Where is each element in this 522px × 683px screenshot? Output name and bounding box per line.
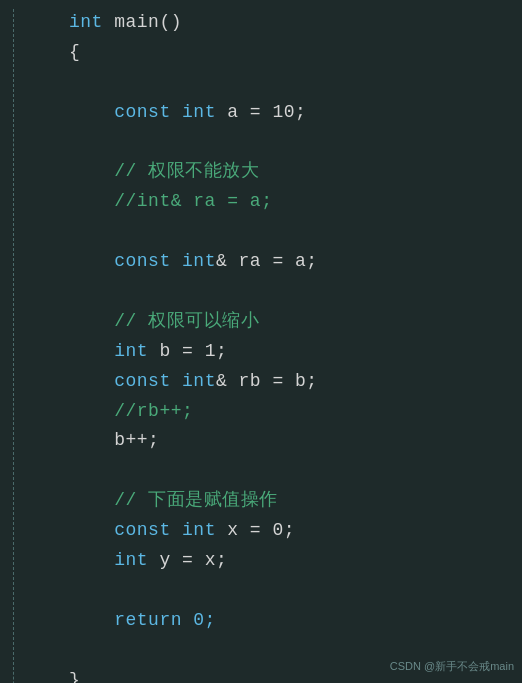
line-gutter: [0, 457, 14, 485]
token: {: [69, 42, 80, 62]
line-content: const int a = 10;: [14, 99, 306, 127]
token: return 0;: [69, 610, 216, 630]
line-gutter: [0, 577, 14, 605]
token: const: [69, 251, 182, 271]
line-gutter: [0, 607, 14, 635]
code-line: [0, 128, 522, 158]
token: // 下面是赋值操作: [69, 490, 278, 510]
line-content: int b = 1;: [14, 338, 227, 366]
token: int: [182, 102, 216, 122]
token: main(): [103, 12, 182, 32]
line-gutter: [0, 368, 14, 396]
line-gutter: [0, 99, 14, 127]
code-line: const int& rb = b;: [0, 367, 522, 397]
code-line: int b = 1;: [0, 337, 522, 367]
line-gutter: [0, 129, 14, 157]
line-gutter: [0, 427, 14, 455]
line-gutter: [0, 218, 14, 246]
token: int: [182, 251, 216, 271]
token: x = 0;: [216, 520, 295, 540]
token: }: [69, 670, 80, 683]
code-line: [0, 217, 522, 247]
code-line: int y = x;: [0, 546, 522, 576]
token: int: [69, 12, 103, 32]
token: //int& ra = a;: [69, 191, 272, 211]
line-gutter: [0, 487, 14, 515]
code-line: //rb++;: [0, 397, 522, 427]
line-gutter: [0, 69, 14, 97]
line-gutter: [0, 158, 14, 186]
code-line: return 0;: [0, 606, 522, 636]
line-gutter: [0, 338, 14, 366]
token: [69, 341, 114, 361]
token: b++;: [69, 430, 159, 450]
code-line: [0, 68, 522, 98]
line-content: // 下面是赋值操作: [14, 487, 278, 515]
line-content: {: [14, 39, 80, 67]
code-line: // 权限可以缩小: [0, 307, 522, 337]
token: //rb++;: [69, 401, 193, 421]
line-gutter: [0, 517, 14, 545]
line-content: [14, 69, 80, 97]
line-content: [14, 278, 80, 306]
line-content: [14, 637, 80, 665]
code-line: const int x = 0;: [0, 516, 522, 546]
code-line: // 权限不能放大: [0, 157, 522, 187]
line-content: const int x = 0;: [14, 517, 295, 545]
token: int: [114, 550, 148, 570]
token: const: [69, 102, 182, 122]
token: & ra = a;: [216, 251, 318, 271]
token: y = x;: [148, 550, 227, 570]
token: int: [182, 371, 216, 391]
line-content: const int& ra = a;: [14, 248, 318, 276]
line-content: int y = x;: [14, 547, 227, 575]
line-gutter: [0, 278, 14, 306]
line-gutter: [0, 9, 14, 37]
code-line: //int& ra = a;: [0, 187, 522, 217]
code-line: [0, 277, 522, 307]
line-content: b++;: [14, 427, 159, 455]
line-content: //int& ra = a;: [14, 188, 272, 216]
line-content: // 权限不能放大: [14, 158, 259, 186]
line-gutter: [0, 547, 14, 575]
line-gutter: [0, 637, 14, 665]
token: // 权限可以缩小: [69, 311, 259, 331]
code-line: // 下面是赋值操作: [0, 486, 522, 516]
line-gutter: [0, 248, 14, 276]
token: const: [69, 371, 182, 391]
line-content: }: [14, 667, 80, 683]
token: [69, 550, 114, 570]
code-line: {: [0, 38, 522, 68]
watermark: CSDN @新手不会戒main: [390, 658, 514, 675]
token: // 权限不能放大: [69, 161, 259, 181]
line-content: [14, 457, 80, 485]
token: b = 1;: [148, 341, 227, 361]
code-line: int main(): [0, 8, 522, 38]
line-content: [14, 129, 80, 157]
token: a = 10;: [216, 102, 306, 122]
line-content: [14, 218, 80, 246]
line-gutter: [0, 39, 14, 67]
code-line: [0, 456, 522, 486]
code-line: [0, 576, 522, 606]
code-line: b++;: [0, 426, 522, 456]
line-content: [14, 577, 80, 605]
line-content: return 0;: [14, 607, 216, 635]
token: int: [182, 520, 216, 540]
line-gutter: [0, 188, 14, 216]
line-gutter: [0, 308, 14, 336]
line-gutter: [0, 667, 14, 683]
line-content: int main(): [14, 9, 182, 37]
line-content: // 权限可以缩小: [14, 308, 259, 336]
line-content: //rb++;: [14, 398, 193, 426]
code-line: const int a = 10;: [0, 98, 522, 128]
line-gutter: [0, 398, 14, 426]
code-line: const int& ra = a;: [0, 247, 522, 277]
token: int: [114, 341, 148, 361]
token: const: [69, 520, 182, 540]
code-block: int main(){ const int a = 10; // 权限不能放大 …: [0, 0, 522, 683]
token: & rb = b;: [216, 371, 318, 391]
line-content: const int& rb = b;: [14, 368, 318, 396]
